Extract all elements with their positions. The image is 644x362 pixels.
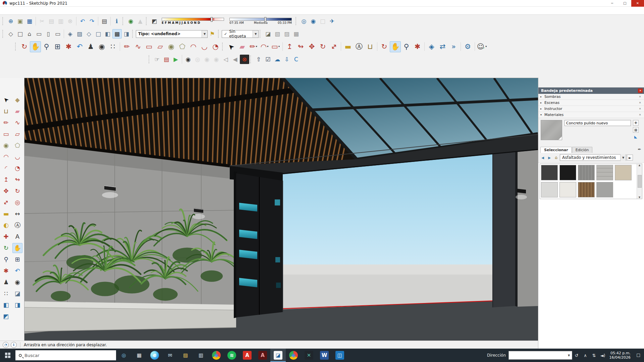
axes-tool[interactable]: ✚ <box>1 232 11 242</box>
arc-menu-button[interactable]: ◠▾ <box>259 41 270 52</box>
run-tool-button[interactable]: ▶ <box>171 55 180 64</box>
zoom-window-tool[interactable]: ⊞ <box>12 254 22 264</box>
scroll-thumb[interactable] <box>638 175 642 188</box>
style-hidden-line-button[interactable]: □ <box>94 29 103 39</box>
toolbar-grip[interactable] <box>296 17 298 25</box>
paint-bucket-tool[interactable]: ⊔ <box>1 106 11 116</box>
pan-button-2[interactable]: ✋ <box>390 41 401 52</box>
new-button[interactable]: ⊕ <box>6 16 15 26</box>
rotated-rectangle-tool[interactable]: ▱ <box>12 129 22 139</box>
open-folder-button[interactable]: ⇧ <box>254 55 263 64</box>
dimension-tool[interactable]: ↔ <box>12 209 22 219</box>
date-slider-handle[interactable] <box>211 17 213 22</box>
frustum-wire-button[interactable]: ◁ <box>221 55 230 64</box>
create-material-button[interactable]: ✚ <box>633 120 639 126</box>
arc-3pt-tool-button[interactable]: ◡ <box>199 41 210 52</box>
three-point-arc-tool[interactable]: ◜ <box>1 163 11 173</box>
task-view-icon[interactable]: ▦ <box>131 349 147 362</box>
look-around-tool[interactable]: ◉ <box>12 277 22 287</box>
print-button[interactable]: ▤ <box>100 16 109 26</box>
circle-tool-button[interactable]: ◉ <box>166 41 177 52</box>
position-camera-button[interactable]: ♟ <box>85 41 96 52</box>
material-name-input[interactable] <box>565 120 631 126</box>
scale-tool[interactable]: ↔ <box>1 197 11 207</box>
rectangle-tool[interactable]: ▭ <box>1 129 11 139</box>
warehouse-share-button[interactable]: ✈ <box>327 16 337 26</box>
move-tool[interactable]: ✥ <box>1 186 11 196</box>
adobe-icon[interactable]: A <box>255 349 270 362</box>
style-monochrome-button[interactable]: ◨ <box>122 29 131 39</box>
tray-close-button[interactable]: ✕ <box>638 88 643 93</box>
tray-section-materiales[interactable]: ▾ Materiales ✕ <box>538 112 644 118</box>
section-display-button[interactable]: ▧ <box>273 29 282 39</box>
paste-button[interactable]: ▥ <box>56 16 65 26</box>
credits-status-icon[interactable]: ℹ <box>11 342 17 348</box>
tray-header[interactable]: Bandeja predeterminada ✕ <box>538 87 644 94</box>
menu-herramientas[interactable] <box>32 10 38 12</box>
frustum-solid-button[interactable]: ◀ <box>230 55 240 64</box>
orbit-button[interactable]: ↻ <box>19 41 30 52</box>
eraser-tool[interactable]: ▰ <box>12 106 22 116</box>
app-icon-blue[interactable]: ◫ <box>332 349 347 362</box>
component-attributes-button[interactable]: □ <box>318 16 327 26</box>
extension-manager-button[interactable]: ⚙ <box>462 41 473 52</box>
menu-ventana[interactable] <box>38 10 44 12</box>
orbit-tool[interactable]: ↻ <box>1 243 11 253</box>
view-iso-button[interactable]: ◇ <box>6 29 15 39</box>
dropdown-caret-icon[interactable]: ▼ <box>253 31 258 38</box>
shape-menu-button[interactable]: ▭▾ <box>270 41 281 52</box>
render-abort-button[interactable]: ⊗ <box>240 55 249 64</box>
refresh-icon[interactable]: ↺ <box>572 349 581 362</box>
material-swatch-adoquin-gris[interactable] <box>578 165 595 180</box>
zoom-extents-button[interactable]: ✱ <box>63 41 74 52</box>
pie-tool[interactable]: ◔ <box>12 163 22 173</box>
look-around-button[interactable]: ◉ <box>96 41 107 52</box>
camera-pair-2-button[interactable]: ◉ <box>212 55 221 64</box>
toolbar-grip[interactable] <box>149 55 151 63</box>
orbit-button-2[interactable]: ↻ <box>379 41 390 52</box>
material-swatch-madera[interactable] <box>578 182 595 197</box>
paint-bucket-button[interactable]: ⊔ <box>365 41 376 52</box>
report-tool-button[interactable]: ▤ <box>162 55 171 64</box>
section-cut-tool[interactable]: ◨ <box>12 300 22 310</box>
tape-measure-button[interactable]: ▬ <box>342 41 354 52</box>
previous-view-tool[interactable]: ↶ <box>12 266 22 276</box>
style-back-edges-button[interactable]: ▨ <box>75 29 84 39</box>
toolbar-grip[interactable] <box>250 55 252 63</box>
material-scrollbar[interactable]: ▲ ▼ <box>637 164 642 199</box>
undo-button[interactable]: ↶ <box>78 16 87 26</box>
pie-tool-button[interactable]: ◔ <box>210 41 221 52</box>
tray-section-instructor[interactable]: ▸ Instructor ✕ <box>538 106 644 112</box>
model-viewport[interactable] <box>24 78 538 341</box>
acrobat-icon[interactable]: A <box>239 349 255 362</box>
warehouse-download-button[interactable]: ◈ <box>426 41 437 52</box>
text-tool[interactable]: Ⓐ <box>12 220 22 230</box>
hidden-icons-button[interactable]: ∧ <box>581 349 590 362</box>
classification-type-dropdown[interactable]: Tipo: <undefined> ▼ <box>136 30 208 38</box>
3d-text-tool[interactable]: A <box>12 232 22 242</box>
arc-tool[interactable]: ◠ <box>1 152 11 162</box>
make-component-tool[interactable]: ◆ <box>12 95 22 105</box>
select-tool-button[interactable]: ➤ <box>226 41 237 52</box>
material-swatch-gris-claro[interactable] <box>541 182 558 197</box>
tray-section-sombras[interactable]: ▸ Sombras ✕ <box>538 94 644 100</box>
scroll-up-icon[interactable]: ▲ <box>639 164 640 167</box>
material-swatch-marmol-blanco[interactable] <box>559 182 576 197</box>
dropdown-caret-icon[interactable]: ▼ <box>566 351 572 359</box>
section-display-tool[interactable]: ◧ <box>1 300 11 310</box>
zoom-tool[interactable]: ⚲ <box>1 254 11 264</box>
camera-360-button[interactable]: ◎ <box>193 55 202 64</box>
component-interact-button[interactable]: ◎ <box>299 16 309 26</box>
scale-button[interactable]: ↔ <box>328 41 339 52</box>
menu-ayuda[interactable] <box>44 10 50 12</box>
trimble-connect-button[interactable]: C <box>291 55 301 64</box>
add-location-button[interactable]: ◉ <box>126 16 136 26</box>
toolbar-grip[interactable] <box>2 17 4 25</box>
scroll-down-icon[interactable]: ▼ <box>639 196 640 199</box>
material-swatch-piedra-beige[interactable] <box>615 165 632 180</box>
previous-view-button[interactable]: ↶ <box>74 41 85 52</box>
position-camera-tool[interactable]: ♟ <box>1 277 11 287</box>
toolbar-grip[interactable] <box>260 30 262 38</box>
section-close-icon[interactable]: ✕ <box>638 95 642 98</box>
tab-seleccionar[interactable]: Seleccionar <box>540 147 572 153</box>
